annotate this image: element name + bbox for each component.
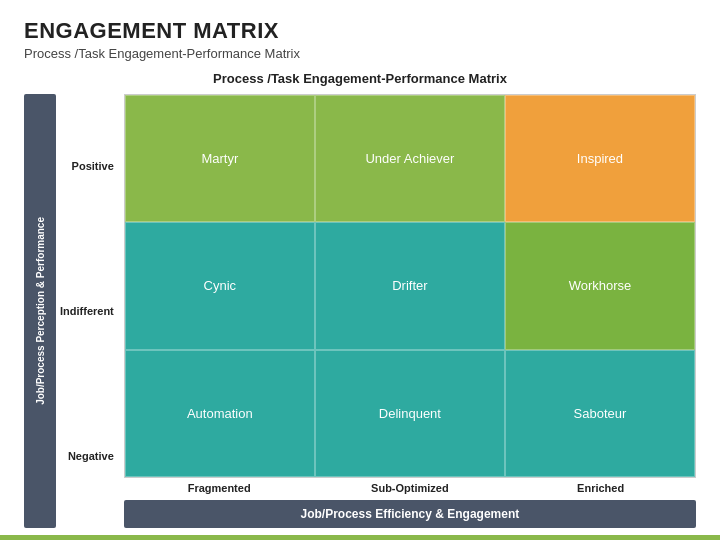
cell-saboteur: Saboteur [505,350,695,477]
chart-title: Process /Task Engagement-Performance Mat… [213,71,507,86]
matrix-grid: Martyr Under Achiever Inspired Cynic Dri… [124,94,696,478]
cell-martyr: Martyr [125,95,315,222]
y-label-positive: Positive [60,160,114,172]
x-label-enriched: Enriched [505,482,696,494]
x-label-fragmented: Fragmented [124,482,315,494]
bottom-bar: Job/Process Efficiency & Engagement [124,500,696,528]
y-label-negative: Negative [60,450,114,462]
cell-automation: Automation [125,350,315,477]
x-labels: Fragmented Sub-Optimized Enriched [124,482,696,494]
main-subtitle: Process /Task Engagement-Performance Mat… [24,46,696,61]
cell-inspired: Inspired [505,95,695,222]
cell-delinquent: Delinquent [315,350,505,477]
cell-cynic: Cynic [125,222,315,349]
x-label-sub-optimized: Sub-Optimized [315,482,506,494]
main-title: ENGAGEMENT MATRIX [24,18,696,44]
decorative-bottom-bar [0,535,720,540]
cell-under-achiever: Under Achiever [315,95,505,222]
cell-drifter: Drifter [315,222,505,349]
y-axis-label: Job/Process Perception & Performance [24,94,56,528]
cell-workhorse: Workhorse [505,222,695,349]
y-label-indifferent: Indifferent [60,305,114,317]
